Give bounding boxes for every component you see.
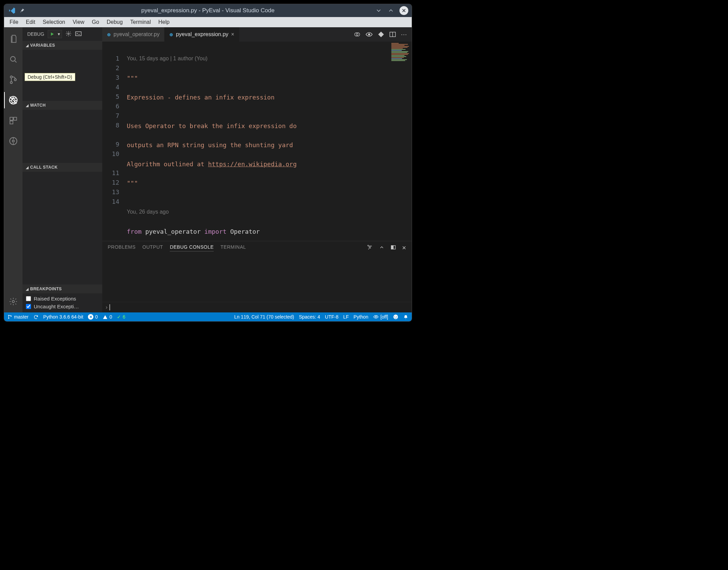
- status-eol[interactable]: LF: [343, 314, 349, 320]
- menu-view[interactable]: View: [69, 18, 88, 27]
- gear-icon[interactable]: [65, 31, 72, 38]
- section-breakpoints-body: Raised Exceptions Uncaught Excepti…: [22, 293, 102, 312]
- panel-tab-problems[interactable]: PROBLEMS: [108, 244, 136, 251]
- editor-tabs: ⊕ pyeval_operator.py ⊕ pyeval_expression…: [102, 27, 412, 42]
- collapse-panel-icon[interactable]: [379, 245, 384, 251]
- editor-actions: ⋯: [349, 27, 412, 42]
- start-debug-button[interactable]: ▼: [48, 30, 62, 38]
- svg-rect-13: [75, 32, 81, 36]
- menu-file[interactable]: File: [6, 18, 22, 27]
- status-live-share[interactable]: [off]: [373, 314, 388, 320]
- activitybar-search[interactable]: [4, 51, 22, 67]
- titlebar: pyeval_expression.py - PyEval - Visual S…: [4, 4, 412, 17]
- status-cursor[interactable]: Ln 119, Col 71 (70 selected): [234, 314, 294, 320]
- vscode-logo-icon: [8, 7, 16, 14]
- status-python[interactable]: Python 3.6.6 64-bit: [43, 314, 84, 320]
- window-title: pyeval_expression.py - PyEval - Visual S…: [141, 7, 275, 14]
- close-panel-icon[interactable]: ×: [402, 244, 406, 252]
- section-watch-header[interactable]: ◢ Watch: [22, 101, 102, 110]
- pin-icon[interactable]: [19, 7, 25, 14]
- breakpoint-raised-exceptions[interactable]: Raised Exceptions: [26, 295, 99, 303]
- svg-point-11: [12, 301, 15, 303]
- panel-body: ›: [102, 254, 412, 312]
- panel-tab-terminal[interactable]: TERMINAL: [221, 244, 246, 251]
- line-number: 7: [102, 111, 119, 121]
- status-checks-count: 6: [123, 314, 125, 320]
- maximize-panel-icon[interactable]: [391, 245, 396, 251]
- activitybar-debug[interactable]: [4, 92, 22, 108]
- code-content[interactable]: You, 15 days ago | 1 author (You) """ Ex…: [127, 42, 390, 241]
- more-icon[interactable]: ⋯: [401, 31, 407, 38]
- breakpoint-checkbox[interactable]: [26, 304, 31, 309]
- svg-rect-19: [391, 245, 393, 249]
- split-editor-icon[interactable]: [389, 31, 396, 37]
- compare-icon[interactable]: [354, 31, 361, 38]
- svg-point-12: [68, 33, 70, 34]
- codelens[interactable]: You, 15 days ago | 1 author (You): [127, 54, 390, 64]
- activitybar-scm[interactable]: [4, 72, 22, 88]
- svg-point-16: [368, 34, 370, 35]
- vscode-window: pyeval_expression.py - PyEval - Visual S…: [4, 4, 412, 321]
- minimap[interactable]: [390, 42, 412, 241]
- svg-point-2: [10, 81, 12, 83]
- minimize-button[interactable]: [375, 7, 382, 14]
- preview-icon[interactable]: [365, 31, 373, 37]
- statusbar: master Python 3.6.6 64-bit ✕0 0 ✓ 6 Ln 1…: [4, 312, 412, 321]
- panel-tab-debug-console[interactable]: DEBUG CONSOLE: [170, 244, 214, 251]
- debug-console-input[interactable]: ›: [102, 302, 412, 312]
- diff-icon[interactable]: [378, 31, 384, 38]
- status-warnings[interactable]: 0: [103, 314, 112, 320]
- line-number: 2: [102, 63, 119, 73]
- status-branch[interactable]: master: [7, 314, 29, 320]
- clear-icon[interactable]: [367, 244, 373, 251]
- breakpoint-checkbox[interactable]: [26, 296, 31, 301]
- status-encoding[interactable]: UTF-8: [325, 314, 338, 320]
- maximize-button[interactable]: [387, 7, 395, 14]
- menu-selection[interactable]: Selection: [39, 18, 69, 27]
- code-link[interactable]: https://en.wikipedia.org: [208, 160, 297, 168]
- close-icon[interactable]: ×: [231, 31, 234, 37]
- status-language[interactable]: Python: [353, 314, 368, 320]
- panel-tabs: PROBLEMS OUTPUT DEBUG CONSOLE TERMINAL ×: [102, 241, 412, 254]
- svg-point-23: [376, 317, 377, 318]
- line-number: 9: [102, 140, 119, 149]
- svg-point-21: [8, 318, 9, 319]
- code-line: """: [127, 75, 138, 82]
- menu-edit[interactable]: Edit: [22, 18, 39, 27]
- line-number: 12: [102, 178, 119, 187]
- editor-body[interactable]: 1 2 3 4 5 6 7 8 9 10 11 12 13 14: [102, 42, 412, 241]
- chevron-down-icon: ◢: [26, 166, 29, 169]
- menu-debug[interactable]: Debug: [103, 18, 126, 27]
- code-line: Uses Operator to break the infix express…: [127, 122, 297, 129]
- menu-terminal[interactable]: Terminal: [127, 18, 154, 27]
- debug-config-dropdown[interactable]: ▼: [56, 32, 62, 36]
- status-checks[interactable]: ✓ 6: [117, 314, 125, 320]
- tab-label: pyeval_expression.py: [176, 31, 228, 37]
- panel-tab-output[interactable]: OUTPUT: [142, 244, 163, 251]
- status-bell[interactable]: [403, 314, 408, 320]
- section-breakpoints-header[interactable]: ◢ Breakpoints: [22, 284, 102, 293]
- tab-pyeval-operator[interactable]: ⊕ pyeval_operator.py: [102, 27, 165, 42]
- status-errors[interactable]: ✕0: [88, 314, 98, 320]
- activitybar-gitlens[interactable]: [4, 133, 22, 149]
- section-variables-header[interactable]: ◢ Variables: [22, 41, 102, 50]
- debug-sidebar: DEBUG ▼ ◢ Variables: [22, 27, 102, 312]
- breakpoint-uncaught-exceptions[interactable]: Uncaught Excepti…: [26, 303, 99, 310]
- code-line: """: [127, 180, 138, 187]
- section-callstack-header[interactable]: ◢ Call Stack: [22, 163, 102, 172]
- codelens[interactable]: You, 26 days ago: [127, 207, 390, 217]
- activitybar-explorer[interactable]: [4, 31, 22, 47]
- svg-rect-6: [10, 117, 13, 120]
- menu-help[interactable]: Help: [155, 18, 173, 27]
- activitybar-settings[interactable]: [4, 293, 22, 310]
- close-button[interactable]: [399, 6, 408, 15]
- line-number: 10: [102, 149, 119, 159]
- activitybar-extensions[interactable]: [4, 112, 22, 129]
- chevron-down-icon: ◢: [26, 287, 29, 291]
- status-sync[interactable]: [33, 314, 39, 320]
- status-spaces[interactable]: Spaces: 4: [299, 314, 320, 320]
- tab-pyeval-expression[interactable]: ⊕ pyeval_expression.py ×: [165, 27, 239, 42]
- status-feedback[interactable]: [393, 314, 398, 320]
- console-icon[interactable]: [75, 31, 82, 37]
- menu-go[interactable]: Go: [89, 18, 103, 27]
